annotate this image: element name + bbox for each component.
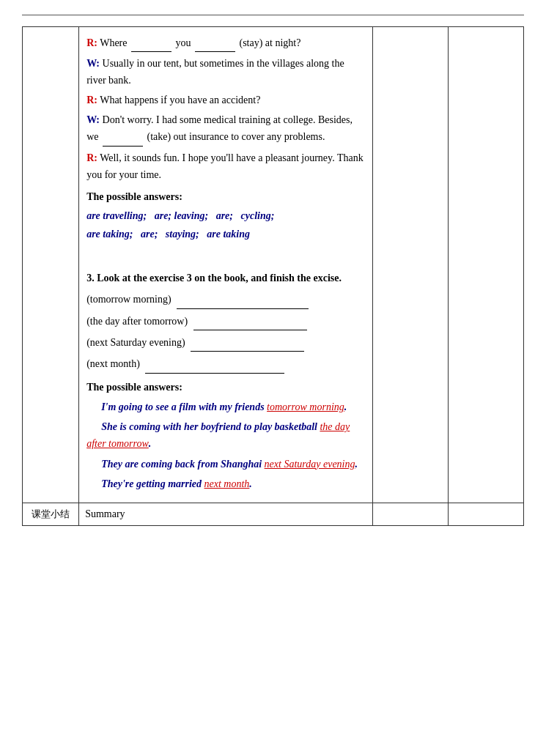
answers-label-2: The possible answers: <box>86 379 365 396</box>
answer-line-3: They are coming back from Shanghai next … <box>86 456 365 472</box>
dialogue-line-r3: R: Well, it sounds fun. I hope you'll ha… <box>86 149 365 183</box>
answer-period-3: . <box>355 459 358 470</box>
summary-row: 课堂小结 Summary <box>23 503 524 525</box>
dialogue-line-w2: W: Don't worry. I had some medical train… <box>86 111 365 146</box>
answer-text-1: I'm going to see a film with my friends <box>101 401 267 412</box>
main-table: R: Where you (stay) at night? W: Usually… <box>22 26 524 526</box>
summary-content-cell: Summary <box>79 503 373 525</box>
page-container: R: Where you (stay) at night? W: Usually… <box>0 0 546 756</box>
content-cell: R: Where you (stay) at night? W: Usually… <box>79 27 373 503</box>
speaker-r3: R: <box>86 152 97 163</box>
time-ref-1: tomorrow morning <box>267 401 344 412</box>
speaker-w2: W: <box>86 114 100 125</box>
blank-next-month <box>145 356 284 373</box>
blank-day-after-tomorrow <box>193 314 307 330</box>
answers-text-1b: are taking; are; staying; are taking <box>86 226 365 242</box>
answer-period-2: . <box>149 438 152 449</box>
dialogue-line-r1: R: Where you (stay) at night? <box>86 34 365 52</box>
exercise-line-4: (next month) <box>86 356 365 373</box>
answer-period-4: . <box>249 478 252 489</box>
speaker-r2: R: <box>86 94 97 105</box>
summary-right1 <box>373 503 449 525</box>
top-rule <box>22 15 524 15</box>
summary-label-cell: 课堂小结 <box>23 503 79 525</box>
blank-next-saturday <box>191 335 304 352</box>
blank-tomorrow-morning <box>177 292 309 308</box>
right-cell-2 <box>449 27 524 503</box>
blank3 <box>103 128 143 146</box>
answer-line-2: She is coming with her boyfriend to play… <box>86 418 365 452</box>
summary-content: Summary <box>85 508 125 519</box>
summary-right2 <box>449 503 524 525</box>
time-ref-4: next month <box>204 478 250 489</box>
label-cell <box>23 27 79 503</box>
exercise-line-2: (the day after tomorrow) <box>86 314 365 330</box>
answer-line-4: They're getting married next month. <box>86 475 365 492</box>
speaker-w1: W: <box>86 58 100 69</box>
blank1 <box>131 34 171 52</box>
answer-text-3: They are coming back from Shanghai <box>101 459 264 470</box>
time-ref-3: next Saturday evening <box>265 459 355 470</box>
answers-text-1a: are travelling; are; leaving; are; cycli… <box>86 208 365 224</box>
exercise-line-1: (tomorrow morning) <box>86 292 365 308</box>
answer-text-2: She is coming with her boyfriend to play… <box>101 421 320 432</box>
answers-label-1: The possible answers: <box>86 189 365 205</box>
blank2 <box>195 34 235 52</box>
answer-line-1: I'm going to see a film with my friends … <box>86 399 365 415</box>
dialogue-line-r2: R: What happens if you have an accident? <box>86 92 365 108</box>
content-row: R: Where you (stay) at night? W: Usually… <box>23 27 524 503</box>
answer-text-4: They're getting married <box>101 478 204 489</box>
exercise-line-3: (next Saturday evening) <box>86 335 365 352</box>
summary-label: 课堂小结 <box>32 508 70 519</box>
section3-title: 3. Look at the exercise 3 on the book, a… <box>86 270 365 286</box>
content-area: R: Where you (stay) at night? W: Usually… <box>85 32 366 498</box>
answer-period-1: . <box>344 401 347 412</box>
speaker-r: R: <box>86 37 97 48</box>
dialogue-line-w1: W: Usually in our tent, but sometimes in… <box>86 55 365 89</box>
right-cell-1 <box>373 27 449 503</box>
